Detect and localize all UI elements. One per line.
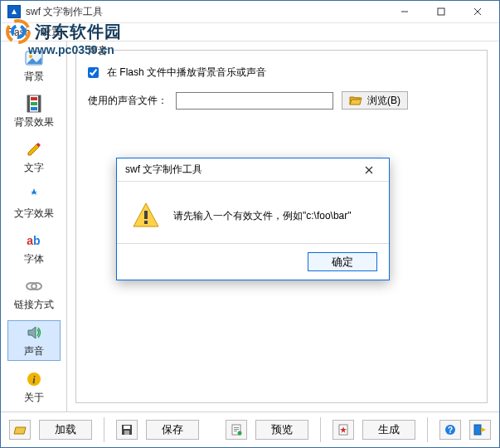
sidebar-item-label: 文字 — [24, 161, 44, 175]
help-icon: ? — [444, 424, 456, 436]
sidebar-item-label: 字体 — [24, 252, 44, 266]
generate-button[interactable]: 生成 — [362, 420, 415, 440]
menu-settings[interactable]: 设置 — [41, 25, 61, 39]
floppy-icon — [121, 424, 133, 436]
info-icon: i — [24, 369, 44, 389]
close-button[interactable] — [459, 1, 496, 22]
pencil-icon — [24, 139, 44, 159]
doc-icon — [231, 424, 242, 436]
svg-rect-2 — [438, 8, 444, 15]
svg-rect-25 — [124, 426, 130, 429]
sidebar-item-label: 关于 — [24, 391, 44, 405]
play-sound-label: 在 Flash 文件中播放背景音乐或声音 — [107, 66, 266, 80]
warning-icon — [132, 202, 160, 230]
titlebar: swf 文字制作工具 — [1, 1, 499, 23]
font-icon: ab — [24, 231, 44, 251]
sidebar-item-background[interactable]: 背景 — [7, 46, 61, 85]
dialog-message: 请先输入一个有效文件，例如"c:\foo\bar" — [173, 209, 352, 223]
folder-open-icon — [13, 425, 27, 435]
sidebar-item-label: 链接方式 — [14, 298, 54, 312]
svg-marker-23 — [14, 427, 26, 434]
sidebar-item-label: 背景 — [24, 70, 44, 84]
link-icon — [24, 276, 44, 296]
effect-icon — [24, 185, 44, 205]
message-dialog: swf 文字制作工具 请先输入一个有效文件，例如"c:\foo\bar" 确定 — [116, 158, 390, 280]
sidebar-item-label: 背景效果 — [14, 115, 54, 129]
svg-rect-11 — [31, 102, 37, 105]
sidebar-item-sound[interactable]: 声音 — [7, 320, 61, 361]
sidebar: 背景 背景效果 文字 文字效果 — [1, 41, 67, 411]
svg-rect-41 — [144, 211, 148, 219]
svg-rect-9 — [38, 95, 41, 112]
svg-point-31 — [238, 431, 242, 436]
dialog-ok-label: 确定 — [332, 256, 353, 268]
generate-icon-button[interactable] — [333, 420, 354, 440]
menu-flash[interactable]: Flash — [6, 27, 30, 38]
load-button[interactable]: 加载 — [39, 420, 92, 440]
sidebar-item-about[interactable]: i 关于 — [7, 368, 61, 407]
generate-button-label: 生成 — [378, 422, 400, 437]
browse-button-label: 浏览(B) — [367, 94, 400, 108]
svg-rect-42 — [144, 221, 148, 224]
maximize-button[interactable] — [423, 1, 459, 22]
groupbox-legend: 声音 — [85, 44, 111, 58]
window-title: swf 文字制作工具 — [26, 5, 386, 19]
toolbar-bottom: 加载 保存 预览 生成 ? — [1, 411, 499, 447]
svg-marker-0 — [12, 9, 17, 14]
separator — [320, 417, 321, 442]
svg-rect-28 — [234, 427, 239, 428]
preview-button[interactable]: 预览 — [255, 420, 308, 440]
svg-marker-37 — [481, 427, 486, 432]
sidebar-item-font[interactable]: ab 字体 — [7, 229, 61, 268]
sound-file-label: 使用的声音文件： — [88, 94, 167, 108]
dialog-titlebar: swf 文字制作工具 — [117, 158, 389, 182]
save-icon-button[interactable] — [116, 420, 138, 440]
sidebar-item-link-mode[interactable]: 链接方式 — [7, 275, 61, 314]
svg-rect-29 — [234, 429, 239, 430]
minimize-button[interactable] — [386, 1, 423, 22]
image-icon — [24, 48, 44, 68]
sound-file-input[interactable] — [176, 92, 333, 110]
app-icon — [7, 5, 21, 18]
sidebar-item-text-effect[interactable]: 文字效果 — [7, 183, 61, 222]
svg-rect-26 — [124, 431, 129, 435]
help-icon-button[interactable]: ? — [439, 420, 461, 440]
svg-rect-10 — [31, 97, 37, 100]
sidebar-item-text[interactable]: 文字 — [7, 138, 61, 177]
svg-marker-13 — [28, 144, 39, 155]
sidebar-item-background-effect[interactable]: 背景效果 — [7, 92, 61, 131]
save-button-label: 保存 — [162, 422, 183, 437]
svg-rect-12 — [31, 107, 37, 110]
preview-button-label: 预览 — [271, 422, 293, 437]
svg-rect-8 — [27, 95, 30, 112]
play-sound-checkbox[interactable] — [88, 67, 99, 78]
load-button-label: 加载 — [55, 422, 76, 437]
separator — [104, 417, 104, 442]
svg-rect-30 — [234, 431, 237, 431]
dialog-title: swf 文字制作工具 — [125, 163, 354, 177]
sidebar-item-label: 文字效果 — [14, 207, 54, 221]
exit-icon — [473, 424, 487, 436]
svg-rect-36 — [474, 425, 481, 435]
dialog-ok-button[interactable]: 确定 — [308, 252, 377, 271]
sidebar-item-label: 声音 — [24, 344, 44, 358]
doc-star-icon — [337, 424, 349, 436]
svg-marker-18 — [28, 327, 36, 338]
save-button[interactable]: 保存 — [146, 420, 199, 440]
preview-icon-button[interactable] — [226, 420, 247, 440]
open-icon-button[interactable] — [9, 420, 31, 440]
menubar: Flash 设置 — [1, 23, 499, 41]
folder-open-icon — [349, 95, 362, 105]
svg-marker-15 — [31, 188, 37, 195]
svg-text:?: ? — [448, 426, 453, 435]
speaker-icon — [24, 323, 44, 343]
svg-point-6 — [29, 55, 32, 58]
filmstrip-icon — [24, 94, 44, 114]
separator — [427, 417, 428, 442]
exit-icon-button[interactable] — [469, 420, 491, 440]
browse-button[interactable]: 浏览(B) — [342, 91, 408, 110]
dialog-close-button[interactable] — [354, 160, 384, 180]
